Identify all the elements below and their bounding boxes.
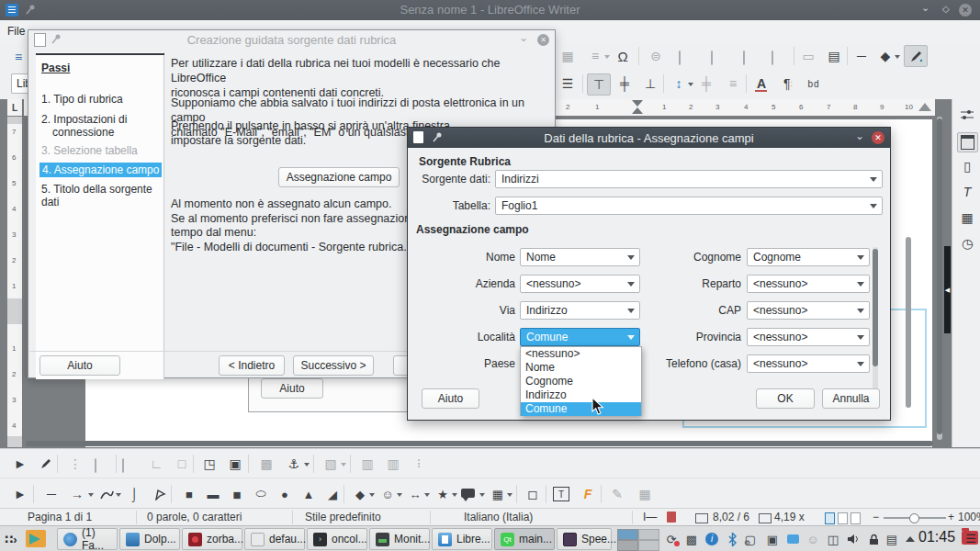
clock[interactable]: 01:45: [918, 529, 955, 545]
fields-scrollbar[interactable]: [873, 247, 878, 394]
formatting-marks-icon[interactable]: ¶:: [777, 73, 799, 94]
task-dolphin[interactable]: Dolp...: [119, 528, 180, 550]
center-vertical-icon[interactable]: ╪: [614, 73, 636, 94]
gallery-icon[interactable]: ▦: [956, 208, 978, 228]
task-zorba[interactable]: zorba...: [182, 528, 242, 550]
page-indicator[interactable]: Pagina 1 di 1: [28, 511, 92, 523]
zoom-slider-knob[interactable]: [909, 513, 919, 523]
sidebar-hide-handle[interactable]: ◀: [944, 246, 951, 333]
rectangle-icon[interactable]: ■: [178, 484, 200, 504]
display-config-icon[interactable]: ◫: [825, 531, 841, 547]
paragraph-style-icon[interactable]: ≡: [7, 47, 29, 67]
basic-shapes-icon[interactable]: ◆: [349, 484, 371, 504]
horizontal-scrollbar[interactable]: [26, 441, 933, 446]
helplines-icon[interactable]: ⁝: [408, 454, 430, 474]
close-button[interactable]: ✕: [959, 4, 972, 17]
wizard-shade-button[interactable]: ⌄: [519, 31, 528, 44]
network-icon[interactable]: ▢⚙: [742, 531, 759, 547]
comment-icon[interactable]: ▭: [797, 46, 819, 66]
step-5[interactable]: 5. Titolo della sorgente dati: [41, 183, 163, 208]
polygon-icon[interactable]: [149, 484, 171, 504]
zoom-level[interactable]: 100%: [958, 511, 980, 523]
vertical-ruler[interactable]: 7 6 5 4 3 2 1 1 2 3 4: [7, 117, 22, 447]
insert-field-icon[interactable]: ≡: [584, 46, 606, 66]
step-4[interactable]: 4. Assegnazione campo: [39, 163, 162, 177]
insert-field-dropdown-icon[interactable]: [604, 55, 610, 59]
wizard-close-button[interactable]: ✕: [537, 34, 549, 46]
flowchart-dropdown-icon[interactable]: [507, 493, 513, 497]
dropdown-item[interactable]: Indirizzo: [521, 388, 641, 402]
insert-endnote-icon[interactable]: [711, 51, 713, 64]
app-launcher-icon[interactable]: ∷›: [3, 531, 19, 547]
lock-icon[interactable]: [865, 531, 882, 547]
callouts-dropdown-icon[interactable]: [479, 493, 485, 497]
page-break-icon[interactable]: ▤: [823, 46, 845, 66]
anchor-dropdown-icon[interactable]: [304, 463, 310, 467]
arrow-dropdown-icon[interactable]: [88, 493, 94, 497]
wizard-back-button[interactable]: < Indietro: [219, 355, 285, 376]
dropdown-item[interactable]: <nessuno>: [521, 347, 641, 361]
insert-bookmark-icon[interactable]: [743, 51, 745, 64]
field-combo-nome[interactable]: Nome: [520, 248, 640, 266]
panel-toolbox-icon[interactable]: ☰: [963, 530, 979, 546]
rotate-icon[interactable]: ∟: [145, 454, 167, 474]
display-app-icon[interactable]: [26, 530, 46, 547]
tab-type-selector[interactable]: L: [7, 99, 22, 116]
field-combo-via[interactable]: Indirizzo: [520, 301, 640, 320]
vertical-scrollbar[interactable]: [937, 117, 942, 440]
task-main-active[interactable]: Qt main...: [494, 528, 555, 550]
freeform-line-icon[interactable]: [96, 484, 118, 504]
flip-icon[interactable]: □: [171, 454, 193, 474]
justify-icon[interactable]: ☰: [557, 73, 579, 94]
dropdown-item-selected[interactable]: Comune: [521, 402, 641, 416]
insert-table-icon[interactable]: ▦: [557, 46, 579, 66]
minimize-button[interactable]: ⌄: [921, 2, 929, 14]
selection-mode-icon[interactable]: I—: [643, 511, 657, 523]
cancel-button[interactable]: Annulla: [822, 388, 880, 409]
object-position[interactable]: 8,02 / 6: [713, 511, 749, 523]
window-titlebar[interactable]: Senza nome 1 - LibreOffice Writer ⌄ ◇ ✕: [0, 0, 980, 20]
dialog-help-button[interactable]: Aiuto: [422, 388, 479, 409]
field-combo-provincia[interactable]: <nessuno>: [747, 328, 870, 346]
pager-desktop-4[interactable]: [638, 540, 659, 551]
line-icon[interactable]: ─: [40, 484, 62, 504]
task-default[interactable]: defau...: [244, 528, 305, 550]
edit-mode-icon[interactable]: ✎: [606, 484, 628, 504]
export-frame-icon[interactable]: ▣: [224, 454, 246, 474]
field-combo-telefono-casa[interactable]: <nessuno>: [747, 354, 870, 373]
select-icon[interactable]: ►: [9, 454, 31, 474]
multi-page-view-icon[interactable]: [838, 512, 848, 524]
insert-line-icon[interactable]: ─: [850, 46, 873, 66]
field-combo-reparto[interactable]: <nessuno>: [747, 275, 870, 293]
pager-desktop-2[interactable]: [638, 529, 659, 540]
stars-icon[interactable]: ★: [432, 484, 454, 504]
field-combo-cognome[interactable]: Cognome: [747, 248, 870, 266]
basic-shapes-dropdown-icon[interactable]: [369, 493, 375, 497]
tray-expand-icon[interactable]: [906, 536, 915, 542]
device-notifier-icon[interactable]: ▩: [683, 531, 700, 547]
task-speedcrunch[interactable]: Spee...: [557, 528, 612, 550]
wizard-next-button[interactable]: Successivo >: [293, 355, 374, 376]
draw-freeform-icon[interactable]: [904, 45, 928, 67]
insert-textbox-icon[interactable]: T: [553, 487, 569, 501]
block-arrows-icon[interactable]: ↔: [404, 484, 426, 504]
table-combo[interactable]: Foglio1: [495, 197, 883, 215]
clipboard-icon[interactable]: ▤: [884, 531, 900, 547]
info-center-icon[interactable]: i: [704, 531, 720, 547]
insert-footnote-icon[interactable]: [679, 51, 681, 64]
block-arrows-dropdown-icon[interactable]: [424, 493, 430, 497]
frame-props-icon[interactable]: [95, 459, 96, 472]
task-oncology[interactable]: › oncol...: [307, 528, 367, 550]
dropdown-item[interactable]: Nome: [521, 361, 641, 375]
right-triangle-icon[interactable]: ◢: [321, 484, 344, 504]
basic-shapes-icon[interactable]: ◆: [874, 46, 896, 66]
hyperlink-icon[interactable]: ⊜: [645, 46, 667, 66]
circle-icon[interactable]: ●: [274, 484, 296, 504]
word-count[interactable]: 0 parole, 0 caratteri: [147, 511, 242, 523]
symbol-shapes-icon[interactable]: ☺: [377, 484, 399, 504]
page-deck-icon[interactable]: [957, 132, 978, 152]
edit-points-icon[interactable]: [35, 454, 57, 474]
book-view-icon[interactable]: [850, 512, 861, 524]
dialog-close-button[interactable]: ✕: [872, 131, 884, 144]
zoom-out-button[interactable]: −: [873, 511, 879, 523]
